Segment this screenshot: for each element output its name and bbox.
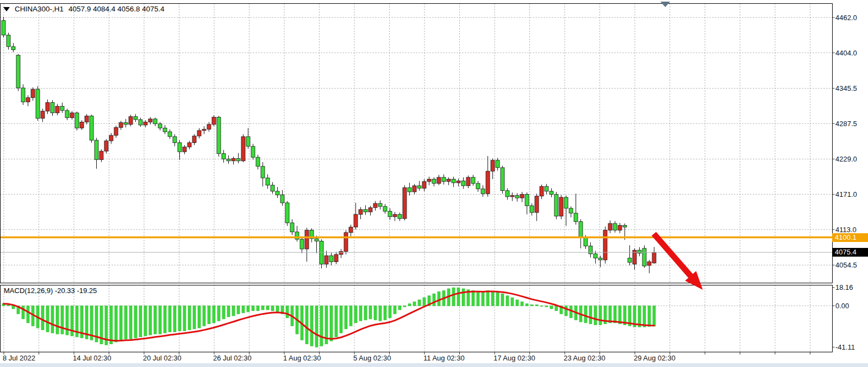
macd-histogram-bar bbox=[643, 306, 646, 327]
time-axis-label[interactable]: 17 Aug 02:30 bbox=[494, 354, 535, 362]
candle-body-bear bbox=[75, 113, 79, 128]
candle-body-bear bbox=[236, 158, 240, 160]
candle bbox=[603, 227, 607, 264]
candle-body-bear bbox=[642, 248, 646, 266]
candle-body-bear bbox=[271, 185, 274, 191]
candle-body-bear bbox=[261, 166, 265, 178]
candle-body-bull bbox=[559, 197, 563, 216]
time-axis-label[interactable]: 14 Jul 02:30 bbox=[73, 354, 111, 362]
last-price-badge: 4075.4 bbox=[832, 248, 868, 257]
candle-body-bull bbox=[85, 116, 89, 122]
candle bbox=[320, 239, 323, 269]
macd-histogram-bar bbox=[472, 291, 474, 306]
candle-body-bear bbox=[525, 194, 529, 206]
macd-histogram-bar bbox=[653, 306, 655, 326]
macd-histogram-bar bbox=[438, 292, 440, 306]
candle-body-bear bbox=[266, 178, 270, 185]
macd-histogram-bar bbox=[540, 306, 543, 306]
candle-body-bull bbox=[80, 122, 84, 128]
macd-axis-label: -41.11 bbox=[835, 343, 855, 351]
candle-body-bull bbox=[55, 106, 59, 113]
window-bottom-strip bbox=[0, 363, 868, 367]
candle-body-bear bbox=[432, 179, 436, 183]
macd-histogram-bar bbox=[477, 292, 479, 306]
candle-body-bull bbox=[339, 251, 343, 254]
candle-body-bull bbox=[212, 117, 216, 124]
candle-body-bull bbox=[618, 225, 622, 230]
macd-histogram-bar bbox=[526, 304, 528, 306]
macd-histogram-bar bbox=[535, 305, 538, 306]
candle-body-bear bbox=[178, 142, 182, 152]
symbol-dropdown-icon[interactable] bbox=[3, 7, 10, 11]
macd-histogram-bar bbox=[178, 306, 181, 331]
macd-histogram-bar bbox=[418, 300, 421, 306]
macd-histogram-bar bbox=[516, 300, 519, 306]
macd-histogram-bar bbox=[423, 298, 426, 306]
candle-body-bull bbox=[148, 119, 152, 122]
macd-histogram-bar bbox=[565, 306, 567, 315]
title-ohlc-values: 4057.9 4084.4 4056.8 4075.4 bbox=[68, 5, 164, 13]
candle-body-bull bbox=[491, 160, 495, 171]
candle-body-bear bbox=[638, 250, 641, 253]
macd-histogram-bar bbox=[413, 302, 416, 306]
time-axis-label[interactable]: 8 Jul 2022 bbox=[3, 354, 35, 362]
time-axis-label[interactable]: 26 Jul 02:30 bbox=[213, 354, 252, 362]
candle-body-bear bbox=[554, 194, 558, 216]
candle-body-bull bbox=[437, 177, 441, 183]
candle-body-bear bbox=[623, 225, 627, 227]
macd-histogram-bar bbox=[120, 306, 122, 340]
time-axis-label[interactable]: 1 Aug 02:30 bbox=[283, 354, 321, 362]
macd-histogram-bar bbox=[354, 306, 357, 322]
macd-histogram-bar bbox=[555, 306, 558, 310]
time-axis-label[interactable]: 20 Jul 02:30 bbox=[143, 354, 182, 362]
macd-histogram-bar bbox=[154, 306, 157, 334]
candle-body-bull bbox=[520, 194, 524, 198]
macd-histogram-bar bbox=[129, 306, 132, 339]
candle-body-bull bbox=[403, 188, 407, 219]
macd-histogram-bar bbox=[408, 304, 411, 306]
macd-histogram-bar bbox=[305, 306, 308, 344]
candle-body-bull bbox=[305, 230, 309, 249]
macd-histogram-bar bbox=[66, 306, 68, 335]
candle-body-bear bbox=[65, 110, 69, 117]
candle-body-bear bbox=[417, 186, 421, 188]
candle-body-bear bbox=[168, 132, 172, 136]
candle-body-bull bbox=[143, 122, 147, 125]
macd-histogram-bar bbox=[188, 306, 191, 329]
macd-histogram-bar bbox=[51, 306, 54, 333]
macd-histogram-bar bbox=[203, 306, 205, 326]
candle-body-bear bbox=[21, 88, 25, 102]
macd-histogram-bar bbox=[394, 306, 396, 314]
macd-histogram-bar bbox=[345, 306, 347, 329]
time-axis-label[interactable]: 29 Aug 02:30 bbox=[634, 354, 676, 362]
macd-histogram-bar bbox=[208, 306, 210, 324]
macd-histogram-bar bbox=[252, 306, 254, 310]
candle bbox=[217, 116, 221, 157]
candle-body-bear bbox=[383, 207, 387, 212]
candle-body-bull bbox=[241, 136, 245, 161]
price-axis-label: 4054.5 bbox=[835, 261, 857, 269]
candle-body-bear bbox=[481, 189, 485, 194]
candle-body-bear bbox=[476, 183, 480, 189]
time-axis-label[interactable]: 11 Aug 02:30 bbox=[423, 354, 465, 362]
macd-histogram-bar bbox=[261, 306, 264, 309]
candle bbox=[212, 115, 216, 126]
candle-body-bull bbox=[207, 125, 211, 129]
macd-histogram-bar bbox=[227, 306, 230, 316]
candle-body-bear bbox=[589, 246, 592, 254]
candle bbox=[129, 115, 133, 126]
macd-histogram-bar bbox=[286, 306, 289, 318]
macd-histogram-bar bbox=[619, 306, 621, 324]
candle-body-bull bbox=[114, 127, 118, 135]
time-axis-label[interactable]: 5 Aug 02:30 bbox=[353, 354, 391, 362]
candle-body-bull bbox=[510, 196, 514, 197]
macd-histogram-bar bbox=[364, 306, 367, 320]
candle-body-bull bbox=[369, 208, 372, 212]
macd-histogram-bar bbox=[335, 306, 338, 337]
macd-histogram-bar bbox=[599, 306, 602, 325]
macd-histogram-bar bbox=[41, 306, 44, 329]
macd-histogram-bar bbox=[310, 306, 313, 346]
macd-histogram-bar bbox=[457, 288, 460, 306]
candle-body-bear bbox=[329, 256, 333, 262]
time-axis-label[interactable]: 23 Aug 02:30 bbox=[564, 354, 605, 362]
